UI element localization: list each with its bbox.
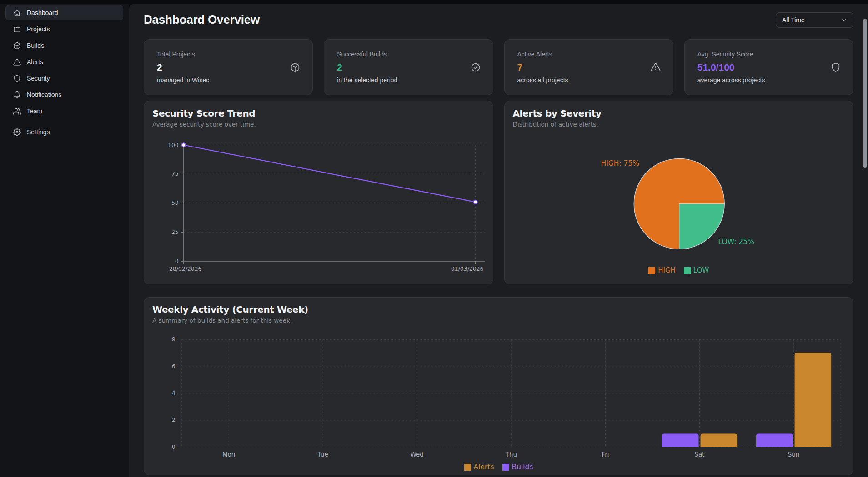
users-icon xyxy=(13,107,21,115)
legend-label: Alerts xyxy=(474,463,494,471)
svg-text:Wed: Wed xyxy=(411,451,424,458)
alert-triangle-icon xyxy=(13,58,21,66)
stat-caption: across all projects xyxy=(517,76,660,84)
svg-text:25: 25 xyxy=(171,228,179,235)
sidebar-item-label: Projects xyxy=(27,25,50,33)
alerts-by-severity-card: Alerts by Severity Distribution of activ… xyxy=(504,101,854,284)
stat-label: Successful Builds xyxy=(337,51,480,58)
sidebar-item-alerts[interactable]: Alerts xyxy=(5,54,123,70)
stat-card-active-alerts: Active Alerts 7 across all projects xyxy=(504,39,673,95)
alerts-severity-pie-chart xyxy=(505,101,853,284)
svg-text:Fri: Fri xyxy=(602,451,609,458)
sidebar-item-settings[interactable]: Settings xyxy=(5,124,123,140)
svg-text:0: 0 xyxy=(172,443,176,450)
main-content: Dashboard Overview All Time Total Projec… xyxy=(129,4,868,477)
shield-icon xyxy=(831,62,841,72)
shield-icon xyxy=(13,75,21,82)
legend-swatch-low xyxy=(684,267,691,274)
sidebar-item-notifications[interactable]: Notifications xyxy=(5,87,123,102)
svg-text:0: 0 xyxy=(175,258,179,264)
sidebar-item-label: Builds xyxy=(27,42,44,49)
stat-value: 2 xyxy=(337,62,480,73)
stat-value: 7 xyxy=(517,62,660,73)
sidebar: Dashboard Projects Builds Alerts Securit… xyxy=(0,4,129,477)
security-score-trend-card: Security Score Trend Average security sc… xyxy=(144,101,493,284)
stat-value: 51.0/100 xyxy=(697,62,840,73)
pie-label-high: HIGH: 75% xyxy=(601,159,640,167)
svg-text:4: 4 xyxy=(172,390,176,396)
legend-swatch-high xyxy=(648,267,655,274)
sidebar-item-security[interactable]: Security xyxy=(5,71,123,86)
package-icon xyxy=(13,42,21,50)
svg-text:Mon: Mon xyxy=(222,451,235,458)
stat-card-total-projects: Total Projects 2 managed in Wisec xyxy=(144,39,313,95)
charts-row: Security Score Trend Average security sc… xyxy=(144,101,853,284)
weekly-activity-row: Weekly Activity (Current Week) A summary… xyxy=(144,297,853,475)
legend-item-low: LOW xyxy=(684,266,709,274)
pie-label-low: LOW: 25% xyxy=(718,238,754,246)
stat-caption: average across projects xyxy=(697,76,840,84)
sidebar-item-builds[interactable]: Builds xyxy=(5,38,123,53)
legend-item-builds: Builds xyxy=(502,463,533,471)
svg-text:6: 6 xyxy=(172,363,176,370)
stat-caption: in the selected period xyxy=(337,76,480,84)
page-title: Dashboard Overview xyxy=(144,13,260,27)
legend-item-high: HIGH xyxy=(648,266,676,274)
stat-label: Avg. Security Score xyxy=(697,51,840,58)
stat-card-successful-builds: Successful Builds 2 in the selected peri… xyxy=(324,39,493,95)
pie-legend: HIGH LOW xyxy=(505,266,853,274)
svg-text:75: 75 xyxy=(171,170,179,177)
svg-text:8: 8 xyxy=(172,336,176,343)
svg-text:01/03/2026: 01/03/2026 xyxy=(451,265,484,272)
security-score-line-chart: 025507510028/02/202601/03/2026 xyxy=(144,101,493,284)
legend-label: LOW xyxy=(693,266,709,274)
folder-icon xyxy=(13,25,21,33)
package-icon xyxy=(290,62,300,72)
alert-triangle-icon xyxy=(651,62,661,72)
svg-text:Tue: Tue xyxy=(317,451,328,458)
sidebar-item-label: Alerts xyxy=(27,58,43,66)
sidebar-item-projects[interactable]: Projects xyxy=(5,21,123,37)
bar-legend: Alerts Builds xyxy=(144,463,853,471)
stat-value: 2 xyxy=(157,62,300,73)
sidebar-item-team[interactable]: Team xyxy=(5,103,123,119)
sidebar-item-label: Settings xyxy=(27,128,50,136)
stat-card-avg-security-score: Avg. Security Score 51.0/100 average acr… xyxy=(684,39,853,95)
sidebar-item-dashboard[interactable]: Dashboard xyxy=(5,5,123,20)
legend-swatch-alerts xyxy=(464,464,471,471)
stat-label: Active Alerts xyxy=(517,51,660,58)
gear-icon xyxy=(13,128,21,136)
sidebar-item-label: Security xyxy=(27,75,50,82)
legend-item-alerts: Alerts xyxy=(464,463,494,471)
weekly-activity-bar-chart: 02468MonTueWedThuFriSatSun xyxy=(144,298,853,475)
sidebar-item-label: Notifications xyxy=(27,91,61,98)
time-filter-dropdown[interactable]: All Time xyxy=(776,12,853,28)
vertical-scrollbar-thumb[interactable] xyxy=(863,19,867,168)
sidebar-item-label: Dashboard xyxy=(27,9,58,16)
chevron-down-icon xyxy=(840,17,847,24)
legend-label: Builds xyxy=(512,463,533,471)
weekly-activity-card: Weekly Activity (Current Week) A summary… xyxy=(144,297,853,475)
home-icon xyxy=(13,9,21,17)
svg-text:100: 100 xyxy=(168,142,179,148)
check-circle-icon xyxy=(471,62,481,72)
svg-text:28/02/2026: 28/02/2026 xyxy=(169,265,202,272)
legend-label: HIGH xyxy=(658,266,676,274)
stat-caption: managed in Wisec xyxy=(157,76,300,84)
svg-text:Sat: Sat xyxy=(695,451,705,458)
svg-text:50: 50 xyxy=(171,199,179,206)
svg-text:Sun: Sun xyxy=(788,451,800,458)
bell-icon xyxy=(13,91,21,99)
svg-text:Thu: Thu xyxy=(505,451,517,458)
sidebar-item-label: Team xyxy=(27,107,42,115)
stat-label: Total Projects xyxy=(157,51,300,58)
stats-row: Total Projects 2 managed in Wisec Succes… xyxy=(144,39,853,90)
svg-text:2: 2 xyxy=(172,416,176,423)
time-filter-value: All Time xyxy=(782,16,805,24)
legend-swatch-builds xyxy=(502,464,509,471)
